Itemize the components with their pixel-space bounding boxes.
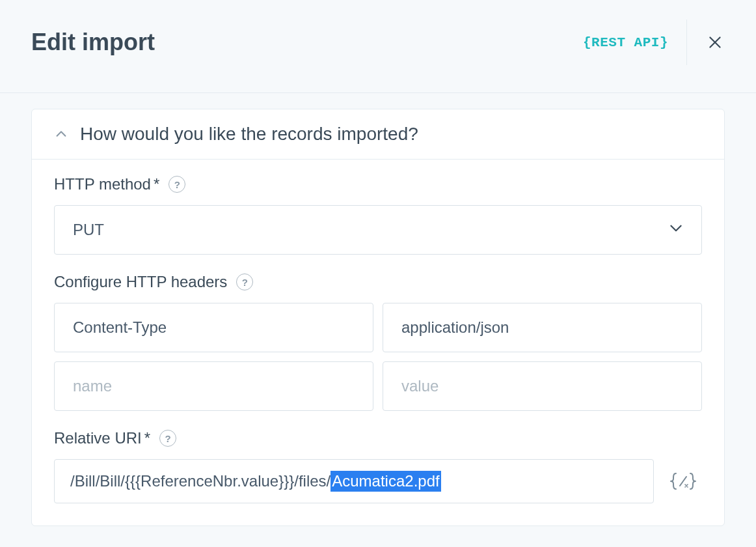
dialog-header: Edit import {REST API}	[0, 0, 756, 93]
http-headers-label-text: Configure HTTP headers	[54, 273, 227, 291]
uri-prefix: /Bill/Bill/{{{ReferenceNbr.value}}}/file…	[70, 472, 331, 490]
help-icon[interactable]: ?	[169, 176, 185, 193]
header-name-input[interactable]	[54, 303, 373, 352]
http-headers-label: Configure HTTP headers ?	[54, 273, 702, 291]
required-marker: *	[144, 429, 150, 447]
header-value-input[interactable]	[383, 303, 702, 352]
http-headers-grid	[54, 303, 702, 411]
handlebars-icon	[669, 471, 697, 492]
chevron-up-icon	[54, 127, 68, 141]
panel-header-toggle[interactable]: How would you like the records imported?	[32, 109, 724, 160]
close-button[interactable]	[705, 33, 725, 52]
divider	[686, 20, 687, 65]
http-method-field: HTTP method * ? PUT	[54, 175, 702, 255]
relative-uri-label-text: Relative URI	[54, 429, 142, 447]
relative-uri-field: Relative URI * ? /Bill/Bill/{{{Reference…	[54, 429, 702, 503]
relative-uri-label: Relative URI * ?	[54, 429, 702, 447]
expression-editor-button[interactable]	[664, 459, 702, 503]
panel-body: HTTP method * ? PUT Configure HTTP head	[32, 160, 724, 526]
import-config-panel: How would you like the records imported?…	[31, 109, 725, 526]
http-headers-field: Configure HTTP headers ?	[54, 273, 702, 411]
http-method-select[interactable]: PUT	[54, 205, 702, 255]
header-name-input[interactable]	[54, 361, 373, 411]
chevron-down-icon	[668, 219, 684, 240]
header-value-input[interactable]	[383, 361, 702, 411]
http-method-label: HTTP method * ?	[54, 175, 702, 193]
help-icon[interactable]: ?	[236, 274, 253, 290]
dialog-body: How would you like the records imported?…	[0, 93, 756, 542]
rest-api-badge: {REST API}	[583, 35, 668, 50]
http-method-label-text: HTTP method	[54, 175, 151, 193]
required-marker: *	[154, 175, 159, 193]
panel-title: How would you like the records imported?	[80, 124, 418, 145]
relative-uri-row: /Bill/Bill/{{{ReferenceNbr.value}}}/file…	[54, 459, 702, 503]
help-icon[interactable]: ?	[159, 430, 176, 447]
uri-selected-text: Acumatica2.pdf	[331, 471, 440, 492]
relative-uri-input[interactable]: /Bill/Bill/{{{ReferenceNbr.value}}}/file…	[54, 459, 654, 503]
http-method-value: PUT	[73, 221, 104, 239]
close-icon	[707, 34, 723, 51]
dialog-title: Edit import	[31, 29, 583, 56]
